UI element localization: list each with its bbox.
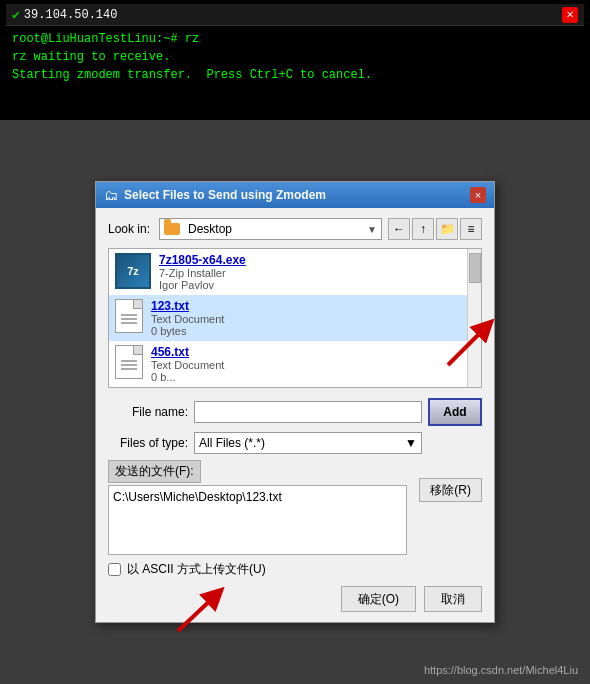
remove-button[interactable]: 移除(R)	[419, 478, 482, 502]
file-name: 7z1805-x64.exe	[159, 253, 475, 267]
file-item-info: 123.txt Text Document 0 bytes	[151, 299, 475, 337]
view-button[interactable]: ≡	[460, 218, 482, 240]
list-item[interactable]: 456.txt Text Document 0 b...	[109, 341, 481, 387]
transfer-list-container: 发送的文件(F): C:\Users\Miche\Desktop\123.txt	[108, 460, 407, 555]
dialog-title-icon: 🗂	[104, 187, 118, 203]
txt-icon	[115, 299, 143, 333]
lookin-select[interactable]: Desktop ▼	[159, 218, 382, 240]
lookin-chevron-icon: ▼	[367, 224, 377, 235]
new-folder-button[interactable]: 📁	[436, 218, 458, 240]
file-name-row: File name: Add	[108, 398, 482, 426]
transfer-path: C:\Users\Miche\Desktop\123.txt	[113, 490, 282, 504]
lookin-toolbar: ← ↑ 📁 ≡	[388, 218, 482, 240]
file-type: Text Document	[151, 313, 475, 325]
bottom-buttons: 确定(O) 取消	[108, 586, 482, 612]
file-list[interactable]: 7z 7z1805-x64.exe 7-Zip Installer Igor P…	[108, 248, 482, 388]
files-of-type-value: All Files (*.*)	[199, 436, 265, 450]
transfer-header: 发送的文件(F):	[108, 460, 201, 483]
file-type: Text Document	[151, 359, 475, 371]
ascii-checkbox-row: 以 ASCII 方式上传文件(U)	[108, 561, 482, 578]
file-author: Igor Pavlov	[159, 279, 475, 291]
scrollbar-thumb	[469, 253, 481, 283]
files-of-type-select[interactable]: All Files (*.*) ▼	[194, 432, 422, 454]
lookin-row: Look in: Desktop ▼ ← ↑ 📁 ≡	[108, 218, 482, 240]
ascii-checkbox-label: 以 ASCII 方式上传文件(U)	[127, 561, 266, 578]
file-name-label: File name:	[108, 405, 188, 419]
dialog-close-button[interactable]: ×	[470, 187, 486, 203]
transfer-list: C:\Users\Miche\Desktop\123.txt	[108, 485, 407, 555]
files-of-type-row: Files of type: All Files (*.*) ▼	[108, 432, 482, 454]
terminal-body: root@LiuHuanTestLinu:~# rz rz waiting to…	[6, 26, 584, 124]
file-name: 123.txt	[151, 299, 475, 313]
ok-button[interactable]: 确定(O)	[341, 586, 416, 612]
dialog-backdrop: 🗂 Select Files to Send using Zmodem × Lo…	[0, 120, 590, 684]
dialog-content: Look in: Desktop ▼ ← ↑ 📁 ≡ 7z	[96, 208, 494, 622]
cancel-button[interactable]: 取消	[424, 586, 482, 612]
ascii-checkbox[interactable]	[108, 563, 121, 576]
list-item[interactable]: 123.txt Text Document 0 bytes	[109, 295, 481, 341]
list-item[interactable]: 7z 7z1805-x64.exe 7-Zip Installer Igor P…	[109, 249, 481, 295]
up-button[interactable]: ↑	[412, 218, 434, 240]
back-button[interactable]: ←	[388, 218, 410, 240]
folder-icon	[164, 223, 180, 235]
terminal-titlebar: ✔ 39.104.50.140 ✕	[6, 4, 584, 26]
file-item-info: 7z1805-x64.exe 7-Zip Installer Igor Pavl…	[159, 253, 475, 291]
watermark: https://blog.csdn.net/Michel4Liu	[424, 664, 578, 676]
file-item-info: 456.txt Text Document 0 b...	[151, 345, 475, 383]
file-size: 0 b...	[151, 371, 475, 383]
lookin-label: Look in:	[108, 222, 153, 236]
add-button[interactable]: Add	[428, 398, 482, 426]
check-icon: ✔	[12, 7, 20, 23]
terminal-line-2: rz waiting to receive.	[12, 48, 578, 66]
file-name-input[interactable]	[194, 401, 422, 423]
txt-icon	[115, 345, 143, 379]
file-type: 7-Zip Installer	[159, 267, 475, 279]
transfer-section: 发送的文件(F): C:\Users\Miche\Desktop\123.txt…	[108, 460, 482, 555]
file-name: 456.txt	[151, 345, 475, 359]
terminal-close-button[interactable]: ✕	[562, 7, 578, 23]
exe-icon: 7z	[115, 253, 151, 289]
files-of-type-chevron: ▼	[405, 436, 417, 450]
dialog-titlebar: 🗂 Select Files to Send using Zmodem ×	[96, 182, 494, 208]
lookin-value: Desktop	[188, 222, 363, 236]
terminal-ip: 39.104.50.140	[24, 8, 562, 22]
file-select-dialog: 🗂 Select Files to Send using Zmodem × Lo…	[95, 181, 495, 623]
dialog-title-text: Select Files to Send using Zmodem	[124, 188, 326, 202]
terminal-line-3: Starting zmodem transfer. Press Ctrl+C t…	[12, 66, 578, 84]
files-of-type-label: Files of type:	[108, 436, 188, 450]
terminal-line-1: root@LiuHuanTestLinu:~# rz	[12, 30, 578, 48]
dialog-title-left: 🗂 Select Files to Send using Zmodem	[104, 187, 326, 203]
file-size: 0 bytes	[151, 325, 475, 337]
file-list-scrollbar[interactable]	[467, 249, 481, 387]
